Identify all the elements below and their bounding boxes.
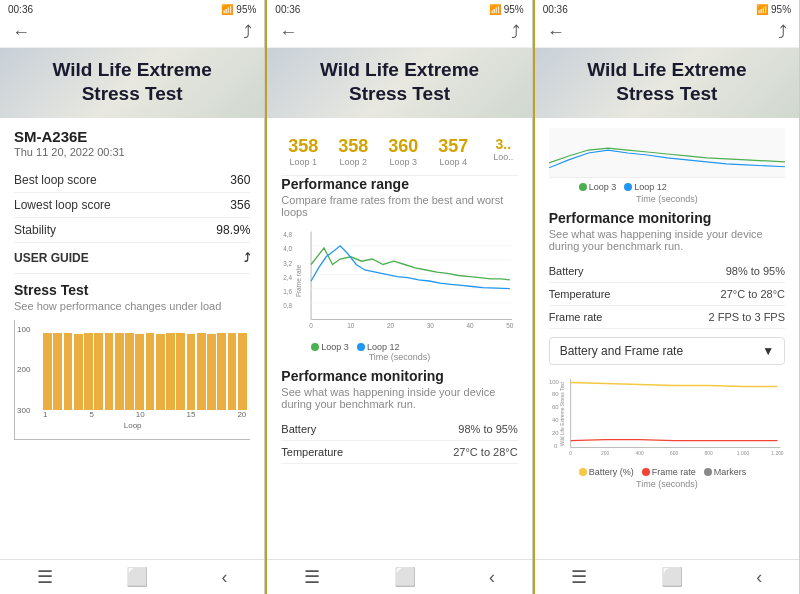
svg-text:0: 0 <box>310 322 314 329</box>
back-icon-2[interactable]: ← <box>279 22 297 43</box>
legend-label-loop3-3: Loop 3 <box>589 182 617 192</box>
home-icon-3[interactable]: ⬜ <box>661 566 683 588</box>
bar <box>156 334 165 410</box>
loop-scores: 358 Loop 1 358 Loop 2 360 Loop 3 357 Loo… <box>281 128 517 176</box>
bar <box>53 333 62 410</box>
stress-test-subtitle: See how performance changes under load <box>14 300 250 312</box>
svg-text:1.000: 1.000 <box>737 451 750 456</box>
bar <box>197 333 206 410</box>
loop-label-5: Loo.. <box>493 152 513 162</box>
signal-icon-2: 📶 <box>489 4 501 15</box>
svg-text:4,0: 4,0 <box>283 245 292 252</box>
bar <box>115 333 124 410</box>
hero-title-2: Wild Life ExtremeStress Test <box>283 58 515 106</box>
bottom-nav-1: ☰ ⬜ ‹ <box>0 559 264 594</box>
back-icon-3[interactable]: ← <box>547 22 565 43</box>
device-date: Thu 11 20, 2022 00:31 <box>14 146 250 158</box>
monitoring-battery-2: Battery 98% to 95% <box>281 418 517 441</box>
stat-best-loop: Best loop score 360 <box>14 168 250 193</box>
monitoring-framerate-3: Frame rate 2 FPS to 3 FPS <box>549 306 785 329</box>
svg-text:20: 20 <box>552 429 559 435</box>
bar <box>84 333 93 410</box>
svg-text:50: 50 <box>507 322 515 329</box>
monitoring-temp-3: Temperature 27°C to 28°C <box>549 283 785 306</box>
perf-monitoring-subtitle-2: See what was happening inside your devic… <box>281 386 517 410</box>
loop-item-1: 358 Loop 1 <box>281 136 325 167</box>
share-icon-1[interactable]: ⤴ <box>243 22 252 43</box>
line-chart-2: 4,8 4,0 3,2 2,4 1,6 0,8 0 10 20 30 40 50… <box>281 226 517 336</box>
perf-monitoring-title-3: Performance monitoring <box>549 210 785 226</box>
menu-icon-3[interactable]: ☰ <box>571 566 587 588</box>
svg-text:100: 100 <box>549 378 560 384</box>
legend-dot-green-3 <box>579 183 587 191</box>
monitoring-battery-3: Battery 98% to 95% <box>549 260 785 283</box>
back-nav-icon-1[interactable]: ‹ <box>222 567 228 588</box>
legend-dot-markers <box>704 468 712 476</box>
loop-label-4: Loop 4 <box>440 157 468 167</box>
legend-label-battery-3: Battery (%) <box>589 467 634 477</box>
content-3: Loop 3 Loop 12 Time (seconds) Performanc… <box>535 118 799 560</box>
dropdown-battery-framerate[interactable]: Battery and Frame rate ▼ <box>549 337 785 365</box>
legend-label-loop12-2: Loop 12 <box>367 342 400 352</box>
stat-val-stability: 98.9% <box>216 223 250 237</box>
perf-chart-svg: 100 80 60 40 20 0 0 200 400 600 800 1.00… <box>549 373 785 463</box>
monitoring-val-battery-3: 98% to 95% <box>726 265 785 277</box>
svg-text:60: 60 <box>552 404 559 410</box>
x-title-perf-3: Time (seconds) <box>549 479 785 489</box>
svg-text:30: 30 <box>427 322 435 329</box>
bar <box>94 333 103 410</box>
bar-chart-area <box>15 320 250 410</box>
top-nav-2: ← ⤴ <box>267 18 531 48</box>
legend-label-loop12-3: Loop 12 <box>634 182 667 192</box>
status-bar-2: 00:36 📶 95% <box>267 0 531 18</box>
dropdown-label: Battery and Frame rate <box>560 344 683 358</box>
svg-text:400: 400 <box>635 451 643 456</box>
bar <box>135 334 144 410</box>
battery-2: 95% <box>504 4 524 15</box>
loop-score-2: 358 <box>338 136 368 157</box>
bottom-nav-3: ☰ ⬜ ‹ <box>535 559 799 594</box>
legend-dot-framerate <box>642 468 650 476</box>
back-icon-1[interactable]: ← <box>12 22 30 43</box>
bar <box>187 334 196 410</box>
line-chart-svg: 4,8 4,0 3,2 2,4 1,6 0,8 0 10 20 30 40 50… <box>281 226 517 336</box>
monitoring-label-battery-3: Battery <box>549 265 584 277</box>
svg-text:0: 0 <box>554 442 558 448</box>
user-guide-row[interactable]: USER GUIDE ⤴ <box>14 243 250 274</box>
home-icon-1[interactable]: ⬜ <box>126 566 148 588</box>
svg-text:40: 40 <box>552 416 559 422</box>
stat-lowest-loop: Lowest loop score 356 <box>14 193 250 218</box>
small-chart-svg <box>549 128 785 178</box>
back-nav-icon-2[interactable]: ‹ <box>489 567 495 588</box>
x-title-top-3: Time (seconds) <box>549 194 785 204</box>
bar <box>64 333 73 410</box>
share-icon-4[interactable]: ⤴ <box>778 22 787 43</box>
back-nav-icon-3[interactable]: ‹ <box>756 567 762 588</box>
share-icon-2[interactable]: ⤴ <box>244 251 250 265</box>
perf-range-subtitle: Compare frame rates from the best and wo… <box>281 194 517 218</box>
stat-label-lowest: Lowest loop score <box>14 198 111 212</box>
svg-text:800: 800 <box>704 451 712 456</box>
menu-icon-1[interactable]: ☰ <box>37 566 53 588</box>
bar <box>105 333 114 410</box>
bar <box>217 333 226 410</box>
home-icon-2[interactable]: ⬜ <box>394 566 416 588</box>
monitoring-val-temp-3: 27°C to 28°C <box>721 288 785 300</box>
x-title-2: Time (seconds) <box>281 352 517 362</box>
svg-text:600: 600 <box>670 451 678 456</box>
hero-banner-3: Wild Life ExtremeStress Test <box>535 48 799 118</box>
svg-text:80: 80 <box>552 391 559 397</box>
svg-text:200: 200 <box>601 451 609 456</box>
device-name: SM-A236E <box>14 128 250 145</box>
time-2: 00:36 <box>275 4 300 15</box>
menu-icon-2[interactable]: ☰ <box>304 566 320 588</box>
share-icon-3[interactable]: ⤴ <box>511 22 520 43</box>
monitoring-val-framerate-3: 2 FPS to 3 FPS <box>709 311 785 323</box>
loop-item-2: 358 Loop 2 <box>331 136 375 167</box>
panel-1: 00:36 📶 95% ← ⤴ Wild Life ExtremeStress … <box>0 0 265 594</box>
x-axis-title: Loop <box>15 421 250 430</box>
chevron-down-icon: ▼ <box>762 344 774 358</box>
bar <box>74 334 83 410</box>
user-guide-label: USER GUIDE <box>14 251 89 265</box>
monitoring-temp-2: Temperature 27°C to 28°C <box>281 441 517 464</box>
